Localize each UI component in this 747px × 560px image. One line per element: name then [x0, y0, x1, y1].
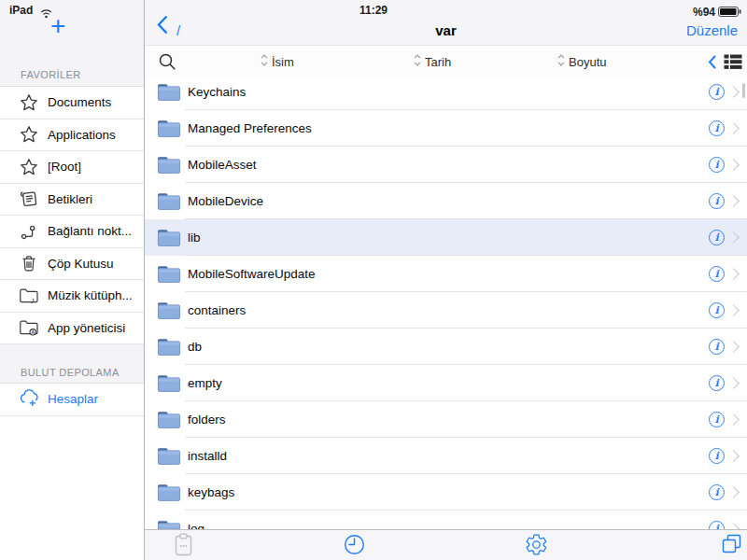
file-row[interactable]: dbi: [145, 329, 747, 365]
section-band-cloud: BULUT DEPOLAMA: [0, 344, 144, 384]
trash-icon: [18, 254, 40, 273]
sidebar-item-root[interactable]: [Root]: [0, 151, 144, 184]
svg-text:A: A: [31, 329, 35, 335]
column-header-name[interactable]: İsim: [261, 54, 294, 69]
sidebar-item-hesaplar[interactable]: Hesaplar: [0, 384, 144, 416]
list-header: İsim Tarih Boyutu: [145, 46, 747, 79]
file-row[interactable]: keybagsi: [145, 474, 747, 511]
sidebar-header: + FAVORİLER: [0, 0, 144, 87]
file-name: Keychains: [188, 85, 246, 99]
info-button[interactable]: i: [709, 157, 725, 173]
file-name: db: [188, 340, 202, 354]
file-row[interactable]: MobileAsseti: [145, 147, 747, 183]
file-name: MobileSoftwareUpdate: [188, 267, 316, 281]
sidebar-item-documents[interactable]: Documents: [0, 87, 144, 119]
sort-arrows-icon: [557, 54, 565, 69]
folder-icon: [157, 119, 181, 138]
nav-bar: / var Düzenle: [145, 0, 747, 46]
favorites-list: DocumentsApplications[Root]BetikleriBağl…: [0, 87, 144, 344]
info-button[interactable]: i: [709, 339, 725, 355]
file-name: installd: [188, 449, 227, 463]
page-title: var: [145, 22, 747, 38]
tabs-icon[interactable]: [721, 533, 742, 554]
info-button[interactable]: i: [709, 484, 725, 500]
folder-icon: [157, 338, 181, 357]
sidebar-item-betikleri[interactable]: Betikleri: [0, 184, 144, 217]
file-row[interactable]: installdi: [145, 438, 747, 474]
mount-point-icon: [18, 222, 40, 241]
sidebar-item-label: Müzik kütüph...: [48, 288, 133, 302]
sidebar-item-app-y-neticisi[interactable]: AApp yöneticisi: [0, 313, 144, 345]
column-header-size[interactable]: Boyutu: [557, 54, 606, 69]
sidebar-item-label: Documents: [48, 95, 111, 109]
chevron-right-icon: [727, 450, 740, 462]
sidebar-item-ba-lant-nokt[interactable]: Bağlantı nokt...: [0, 216, 144, 248]
add-favorite-button[interactable]: +: [50, 13, 65, 39]
sort-arrows-icon: [414, 54, 421, 69]
scrollbar[interactable]: [742, 83, 745, 98]
file-name: empty: [188, 376, 222, 390]
file-row[interactable]: libi: [145, 219, 747, 256]
info-button[interactable]: i: [709, 375, 725, 391]
file-name: containers: [188, 303, 246, 317]
sidebar-item-applications[interactable]: Applications: [0, 119, 144, 152]
chevron-right-icon: [727, 304, 740, 316]
folder-icon: [157, 447, 181, 466]
main-pane: / var Düzenle İsim Tarih Boyutu Keychain…: [145, 0, 747, 560]
file-row[interactable]: foldersi: [145, 401, 747, 438]
sidebar: + FAVORİLER DocumentsApplications[Root]B…: [0, 0, 145, 560]
file-list: KeychainsiManaged PreferencesiMobileAsse…: [145, 78, 747, 560]
info-button[interactable]: i: [709, 193, 725, 209]
info-button[interactable]: i: [709, 266, 725, 282]
paste-icon[interactable]: [174, 533, 193, 557]
file-row[interactable]: MobileDevicei: [145, 183, 747, 219]
file-name: folders: [188, 413, 226, 427]
app-manager-icon: A: [18, 318, 40, 337]
section-label-favorites: FAVORİLER: [21, 69, 81, 80]
recents-icon[interactable]: [343, 533, 366, 556]
settings-icon[interactable]: [525, 533, 548, 556]
bottom-toolbar: [145, 529, 747, 560]
chevron-right-icon: [727, 231, 740, 244]
chevron-right-icon: [727, 377, 740, 389]
column-header-label: Boyutu: [569, 55, 606, 69]
chevron-right-icon: [727, 486, 740, 498]
cloud-add-icon: [18, 389, 40, 409]
info-button[interactable]: i: [709, 302, 725, 318]
column-header-label: Tarih: [425, 55, 451, 69]
section-label-cloud: BULUT DEPOLAMA: [21, 367, 120, 378]
sidebar-item-label: Çöp Kutusu: [48, 257, 114, 271]
chevron-right-icon: [727, 195, 740, 207]
info-button[interactable]: i: [709, 230, 725, 245]
collapse-chevron-icon[interactable]: [708, 55, 716, 73]
folder-icon: [157, 265, 181, 284]
sidebar-item-p-kutusu[interactable]: Çöp Kutusu: [0, 248, 144, 281]
file-name: MobileAsset: [188, 158, 257, 172]
cloud-list: Hesaplar: [0, 384, 144, 416]
file-row[interactable]: MobileSoftwareUpdatei: [145, 256, 747, 292]
folder-icon: [157, 229, 181, 247]
search-icon[interactable]: [158, 52, 177, 76]
sidebar-item-m-zik-k-t-ph[interactable]: ♪Müzik kütüph...: [0, 280, 144, 313]
info-button[interactable]: i: [709, 448, 725, 464]
folder-icon: [157, 374, 181, 393]
file-row[interactable]: Managed Preferencesi: [145, 110, 747, 147]
star-icon: [18, 125, 40, 144]
sidebar-item-label: [Root]: [48, 160, 81, 174]
chevron-right-icon: [727, 268, 740, 280]
info-button[interactable]: i: [709, 412, 725, 427]
column-header-date[interactable]: Tarih: [414, 54, 451, 69]
info-button[interactable]: i: [709, 120, 725, 136]
sidebar-item-label: Betikleri: [48, 192, 92, 206]
edit-button[interactable]: Düzenle: [686, 22, 738, 38]
file-row[interactable]: containersi: [145, 292, 747, 329]
file-row[interactable]: emptyi: [145, 365, 747, 401]
file-row[interactable]: Keychainsi: [145, 78, 747, 110]
chevron-right-icon: [727, 159, 740, 171]
star-icon: [18, 158, 40, 176]
file-name: Managed Preferences: [188, 121, 312, 135]
info-button[interactable]: i: [709, 84, 725, 100]
list-view-icon[interactable]: [724, 54, 742, 74]
folder-icon: [157, 483, 181, 502]
sidebar-item-label: Applications: [48, 128, 116, 142]
